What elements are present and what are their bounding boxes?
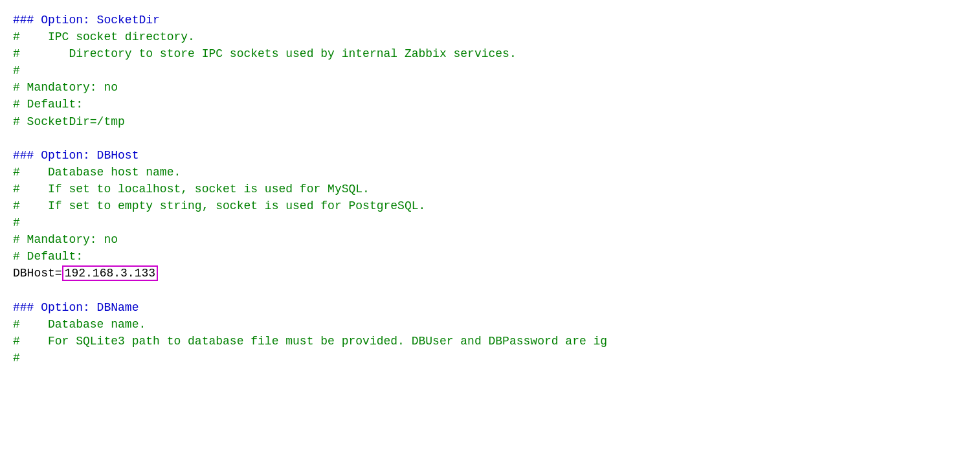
code-line-l7: # SocketDir=/tmp	[13, 113, 967, 130]
code-line-l13: #	[13, 214, 967, 231]
code-line-l9: ### Option: DBHost	[13, 147, 967, 164]
code-editor: ### Option: SocketDir# IPC socket direct…	[13, 12, 967, 366]
code-line-l21: #	[13, 350, 967, 366]
code-line-l12: # If set to empty string, socket is used…	[13, 197, 967, 214]
code-line-l8	[13, 130, 967, 147]
code-line-l4: #	[13, 62, 967, 79]
code-line-l10: # Database host name.	[13, 164, 967, 181]
code-line-l1: ### Option: SocketDir	[13, 12, 967, 28]
code-line-l6: # Default:	[13, 96, 967, 113]
code-line-l3: # Directory to store IPC sockets used by…	[13, 45, 967, 62]
code-line-l16: DBHost=192.168.3.133	[13, 265, 967, 282]
code-line-l2: # IPC socket directory.	[13, 28, 967, 45]
code-line-l11: # If set to localhost, socket is used fo…	[13, 181, 967, 197]
code-line-l14: # Mandatory: no	[13, 231, 967, 248]
code-line-l15: # Default:	[13, 248, 967, 265]
dbhost-key: DBHost=	[13, 267, 62, 280]
code-line-l19: # Database name.	[13, 316, 967, 333]
code-line-l20: # For SQLite3 path to database file must…	[13, 333, 967, 350]
code-line-l17	[13, 282, 967, 299]
code-line-l18: ### Option: DBName	[13, 299, 967, 316]
dbhost-value[interactable]: 192.168.3.133	[62, 265, 158, 281]
code-line-l5: # Mandatory: no	[13, 79, 967, 96]
